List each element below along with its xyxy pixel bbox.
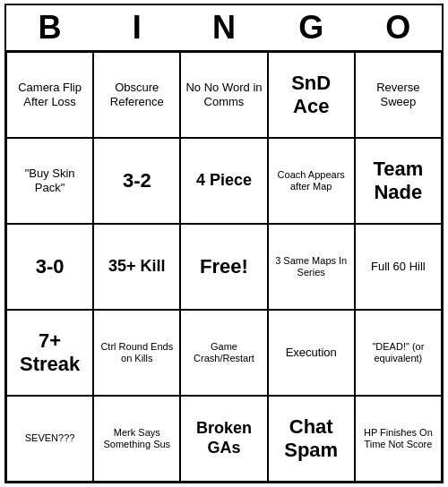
bingo-cell-3: SnD Ace bbox=[268, 52, 355, 138]
bingo-grid: Camera Flip After LossObscure ReferenceN… bbox=[6, 52, 442, 482]
bingo-cell-15: 7+ Streak bbox=[6, 310, 93, 396]
letter-o: O bbox=[355, 9, 442, 47]
bingo-cell-23: Chat Spam bbox=[268, 396, 355, 482]
bingo-cell-24: HP Finishes On Time Not Score bbox=[355, 396, 442, 482]
bingo-card: B I N G O Camera Flip After LossObscure … bbox=[4, 4, 444, 483]
bingo-cell-19: "DEAD!" (or equivalent) bbox=[355, 310, 442, 396]
bingo-cell-16: Ctrl Round Ends on Kills bbox=[93, 310, 180, 396]
bingo-cell-21: Merk Says Something Sus bbox=[93, 396, 180, 482]
bingo-cell-9: Team Nade bbox=[355, 138, 442, 224]
bingo-cell-1: Obscure Reference bbox=[93, 52, 180, 138]
bingo-cell-20: SEVEN??? bbox=[6, 396, 93, 482]
bingo-cell-5: "Buy Skin Pack" bbox=[6, 138, 93, 224]
bingo-cell-18: Execution bbox=[268, 310, 355, 396]
bingo-cell-14: Full 60 Hill bbox=[355, 224, 442, 310]
bingo-cell-12: Free! bbox=[180, 224, 267, 310]
bingo-cell-4: Reverse Sweep bbox=[355, 52, 442, 138]
bingo-header: B I N G O bbox=[6, 5, 442, 52]
letter-b: B bbox=[6, 9, 93, 47]
bingo-cell-0: Camera Flip After Loss bbox=[6, 52, 93, 138]
letter-i: I bbox=[93, 9, 180, 47]
bingo-cell-2: No No Word in Comms bbox=[180, 52, 267, 138]
letter-g: G bbox=[268, 9, 355, 47]
bingo-cell-17: Game Crash/Restart bbox=[180, 310, 267, 396]
bingo-cell-8: Coach Appears after Map bbox=[268, 138, 355, 224]
bingo-cell-13: 3 Same Maps In Series bbox=[268, 224, 355, 310]
bingo-cell-11: 35+ Kill bbox=[93, 224, 180, 310]
bingo-cell-7: 4 Piece bbox=[180, 138, 267, 224]
bingo-cell-6: 3-2 bbox=[93, 138, 180, 224]
letter-n: N bbox=[180, 9, 267, 47]
bingo-cell-22: Broken GAs bbox=[180, 396, 267, 482]
bingo-cell-10: 3-0 bbox=[6, 224, 93, 310]
